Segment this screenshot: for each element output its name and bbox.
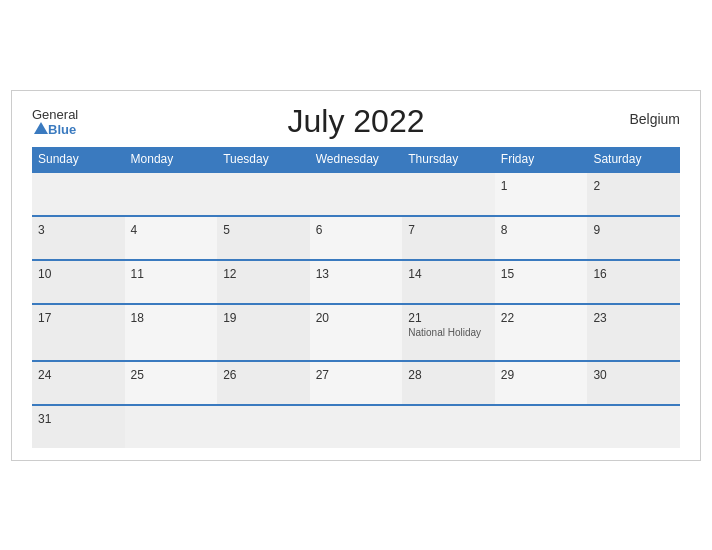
calendar-header: General Blue July 2022 Belgium: [32, 107, 680, 137]
day-number: 24: [38, 368, 119, 382]
calendar-grid: SundayMondayTuesdayWednesdayThursdayFrid…: [32, 147, 680, 448]
calendar-day-cell: 12: [217, 260, 310, 304]
calendar-day-cell: 3: [32, 216, 125, 260]
calendar-week-row: 10111213141516: [32, 260, 680, 304]
day-number: 10: [38, 267, 119, 281]
calendar-day-cell: [217, 172, 310, 216]
logo-blue-text: Blue: [48, 122, 76, 137]
day-number: 4: [131, 223, 212, 237]
day-number: 31: [38, 412, 119, 426]
calendar-week-row: 31: [32, 405, 680, 448]
day-number: 30: [593, 368, 674, 382]
day-number: 20: [316, 311, 397, 325]
calendar-day-cell: 14: [402, 260, 495, 304]
calendar-day-cell: 30: [587, 361, 680, 405]
calendar-day-cell: 21National Holiday: [402, 304, 495, 361]
calendar-day-cell: [125, 172, 218, 216]
logo-general-text: General: [32, 107, 78, 122]
logo-area: General Blue: [32, 107, 78, 137]
day-number: 21: [408, 311, 489, 325]
calendar-day-cell: 27: [310, 361, 403, 405]
weekday-header: Tuesday: [217, 147, 310, 172]
day-number: 8: [501, 223, 582, 237]
weekday-header: Friday: [495, 147, 588, 172]
calendar-day-cell: 1: [495, 172, 588, 216]
day-number: 7: [408, 223, 489, 237]
calendar-day-cell: 10: [32, 260, 125, 304]
calendar-day-cell: [125, 405, 218, 448]
month-title: July 2022: [288, 103, 425, 140]
day-number: 6: [316, 223, 397, 237]
weekday-header: Wednesday: [310, 147, 403, 172]
day-number: 17: [38, 311, 119, 325]
day-number: 26: [223, 368, 304, 382]
calendar-header-row: SundayMondayTuesdayWednesdayThursdayFrid…: [32, 147, 680, 172]
day-number: 5: [223, 223, 304, 237]
calendar-week-row: 24252627282930: [32, 361, 680, 405]
calendar-day-cell: 23: [587, 304, 680, 361]
calendar-week-row: 12: [32, 172, 680, 216]
calendar-day-cell: 4: [125, 216, 218, 260]
calendar-day-cell: [587, 405, 680, 448]
logo-triangle-icon: [34, 122, 48, 134]
day-number: 23: [593, 311, 674, 325]
weekday-header: Monday: [125, 147, 218, 172]
calendar-day-cell: 7: [402, 216, 495, 260]
calendar-day-cell: 29: [495, 361, 588, 405]
calendar-day-cell: [310, 172, 403, 216]
day-number: 18: [131, 311, 212, 325]
calendar-day-cell: 8: [495, 216, 588, 260]
calendar-day-cell: 19: [217, 304, 310, 361]
weekday-header: Sunday: [32, 147, 125, 172]
day-number: 13: [316, 267, 397, 281]
calendar-day-cell: 15: [495, 260, 588, 304]
calendar-day-cell: 17: [32, 304, 125, 361]
calendar-day-cell: 6: [310, 216, 403, 260]
calendar-day-cell: [402, 405, 495, 448]
day-number: 9: [593, 223, 674, 237]
day-event: National Holiday: [408, 327, 489, 338]
day-number: 22: [501, 311, 582, 325]
country-name: Belgium: [629, 111, 680, 127]
calendar-day-cell: 31: [32, 405, 125, 448]
calendar-day-cell: 5: [217, 216, 310, 260]
calendar-day-cell: 13: [310, 260, 403, 304]
day-number: 27: [316, 368, 397, 382]
calendar-day-cell: [310, 405, 403, 448]
weekday-header: Thursday: [402, 147, 495, 172]
weekday-header: Saturday: [587, 147, 680, 172]
calendar-day-cell: 16: [587, 260, 680, 304]
calendar-container: General Blue July 2022 Belgium SundayMon…: [11, 90, 701, 461]
calendar-day-cell: 2: [587, 172, 680, 216]
day-number: 25: [131, 368, 212, 382]
day-number: 29: [501, 368, 582, 382]
calendar-week-row: 3456789: [32, 216, 680, 260]
calendar-day-cell: 25: [125, 361, 218, 405]
calendar-day-cell: [495, 405, 588, 448]
calendar-day-cell: 24: [32, 361, 125, 405]
day-number: 28: [408, 368, 489, 382]
calendar-day-cell: 22: [495, 304, 588, 361]
calendar-day-cell: 28: [402, 361, 495, 405]
calendar-day-cell: 20: [310, 304, 403, 361]
day-number: 3: [38, 223, 119, 237]
day-number: 11: [131, 267, 212, 281]
day-number: 2: [593, 179, 674, 193]
day-number: 1: [501, 179, 582, 193]
calendar-day-cell: 9: [587, 216, 680, 260]
day-number: 19: [223, 311, 304, 325]
calendar-day-cell: [402, 172, 495, 216]
calendar-day-cell: [32, 172, 125, 216]
day-number: 12: [223, 267, 304, 281]
calendar-day-cell: 18: [125, 304, 218, 361]
day-number: 16: [593, 267, 674, 281]
calendar-week-row: 1718192021National Holiday2223: [32, 304, 680, 361]
calendar-day-cell: 26: [217, 361, 310, 405]
day-number: 14: [408, 267, 489, 281]
calendar-day-cell: [217, 405, 310, 448]
calendar-day-cell: 11: [125, 260, 218, 304]
day-number: 15: [501, 267, 582, 281]
